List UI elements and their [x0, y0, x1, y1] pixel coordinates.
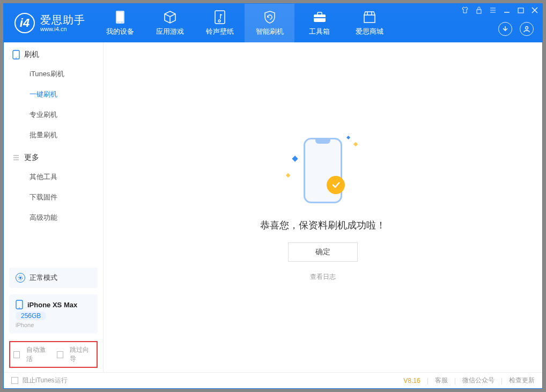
svg-rect-7 — [477, 10, 481, 13]
tab-apps-games[interactable]: 应用游戏 — [145, 4, 195, 42]
checkbox-auto-activate[interactable] — [13, 351, 20, 358]
logo-icon: i4 — [14, 13, 35, 33]
content-area: 恭喜您，保资料刷机成功啦！ 确定 查看日志 — [104, 42, 542, 372]
shield-refresh-icon — [262, 10, 277, 25]
nav-tabs: 我的设备 应用游戏 铃声壁纸 智能刷机 工具箱 爱思商城 — [95, 4, 394, 42]
tab-label: 工具箱 — [309, 27, 330, 36]
svg-point-9 — [526, 27, 528, 29]
app-window: i4 爱思助手 www.i4.cn 我的设备 应用游戏 铃声壁纸 智能刷机 — [3, 3, 543, 389]
svg-rect-8 — [518, 8, 523, 13]
device-mode-box[interactable]: 正常模式 — [9, 268, 98, 288]
cube-icon — [163, 10, 178, 25]
sparkle-icon — [292, 156, 298, 161]
logo-area: i4 爱思助手 www.i4.cn — [4, 4, 95, 42]
toolbox-icon — [312, 10, 327, 25]
tab-ringtone-wallpaper[interactable]: 铃声壁纸 — [195, 4, 245, 42]
sidebar-item-batch-flash[interactable]: 批量刷机 — [4, 125, 103, 145]
mode-icon — [16, 273, 25, 283]
maximize-icon[interactable] — [517, 6, 525, 14]
logo-text: 爱思助手 www.i4.cn — [40, 14, 85, 32]
app-url: www.i4.cn — [40, 26, 85, 32]
tab-label: 智能刷机 — [256, 27, 284, 36]
device-phone-icon — [16, 300, 23, 309]
phone-outline-icon — [12, 50, 20, 60]
menu-icon[interactable] — [489, 6, 497, 14]
footer: 阻止iTunes运行 V8.16 | 客服 | 微信公众号 | 检查更新 — [4, 372, 542, 388]
sidebar-item-download-firmware[interactable]: 下载固件 — [4, 187, 103, 208]
tab-label: 应用游戏 — [156, 27, 184, 36]
checkbox-auto-activate-label: 自动激活 — [26, 345, 50, 364]
svg-point-2 — [120, 22, 121, 23]
success-message: 恭喜您，保资料刷机成功啦！ — [260, 219, 386, 232]
shirt-icon[interactable] — [461, 6, 469, 14]
sparkle-icon — [346, 136, 350, 139]
block-itunes-label: 阻止iTunes运行 — [23, 376, 68, 385]
section-label: 更多 — [24, 153, 39, 162]
tab-label: 爱思商城 — [356, 27, 383, 36]
window-controls — [461, 6, 539, 14]
minimize-icon[interactable] — [503, 6, 511, 14]
svg-rect-5 — [318, 12, 322, 15]
sidebar: 刷机 iTunes刷机 一键刷机 专业刷机 批量刷机 更多 其他工具 下载固件 … — [4, 42, 104, 372]
tab-label: 铃声壁纸 — [206, 27, 234, 36]
svg-point-11 — [16, 57, 17, 58]
app-name: 爱思助手 — [40, 14, 85, 26]
store-icon — [362, 10, 377, 25]
checkbox-block-itunes[interactable] — [11, 377, 18, 384]
header-right-icons — [498, 22, 534, 36]
section-more-title: 更多 — [4, 145, 103, 167]
success-illustration — [285, 133, 360, 208]
checkbox-skip-guide-label: 跳过向导 — [70, 345, 93, 364]
sidebar-item-other-tools[interactable]: 其他工具 — [4, 167, 103, 187]
header: i4 爱思助手 www.i4.cn 我的设备 应用游戏 铃声壁纸 智能刷机 — [4, 4, 542, 42]
version-label: V8.16 — [403, 377, 420, 384]
mode-label: 正常模式 — [29, 273, 57, 283]
device-name: iPhone XS Max — [27, 301, 77, 309]
lock-icon[interactable] — [475, 6, 483, 14]
music-file-icon — [212, 10, 227, 25]
view-log-link[interactable]: 查看日志 — [310, 272, 336, 282]
sidebar-item-oneclick-flash[interactable]: 一键刷机 — [4, 84, 103, 105]
tab-my-device[interactable]: 我的设备 — [95, 4, 145, 42]
device-type: iPhone — [16, 322, 91, 328]
user-icon[interactable] — [520, 22, 534, 36]
section-flash-title: 刷机 — [4, 42, 103, 64]
device-capacity: 256GB — [16, 312, 46, 320]
sidebar-item-pro-flash[interactable]: 专业刷机 — [4, 105, 103, 125]
sidebar-item-itunes-flash[interactable]: iTunes刷机 — [4, 64, 103, 84]
svg-rect-6 — [314, 17, 326, 18]
checkbox-skip-guide[interactable] — [57, 351, 63, 358]
device-info-box[interactable]: iPhone XS Max 256GB iPhone — [9, 294, 98, 334]
tab-label: 我的设备 — [106, 27, 134, 36]
close-icon[interactable] — [530, 6, 539, 14]
check-badge-icon — [327, 176, 345, 194]
sparkle-icon — [286, 173, 290, 177]
tab-toolbox[interactable]: 工具箱 — [294, 4, 344, 42]
footer-link-support[interactable]: 客服 — [435, 376, 448, 385]
sidebar-item-advanced-features[interactable]: 高级功能 — [4, 208, 103, 228]
phone-illustration-icon — [304, 138, 342, 203]
footer-link-update[interactable]: 检查更新 — [509, 376, 535, 385]
list-icon — [12, 154, 20, 161]
footer-link-wechat[interactable]: 微信公众号 — [462, 376, 495, 385]
svg-rect-1 — [117, 12, 123, 21]
tab-smart-flash[interactable]: 智能刷机 — [245, 4, 294, 42]
svg-point-15 — [19, 307, 20, 308]
tab-store[interactable]: 爱思商城 — [344, 4, 394, 42]
highlighted-checkbox-row: 自动激活 跳过向导 — [9, 341, 98, 368]
phone-icon — [113, 10, 128, 25]
confirm-button[interactable]: 确定 — [288, 242, 358, 262]
body: 刷机 iTunes刷机 一键刷机 专业刷机 批量刷机 更多 其他工具 下载固件 … — [4, 42, 542, 372]
svg-point-12 — [19, 277, 21, 279]
download-icon[interactable] — [498, 22, 512, 36]
sparkle-icon — [353, 142, 358, 146]
section-label: 刷机 — [24, 50, 39, 60]
